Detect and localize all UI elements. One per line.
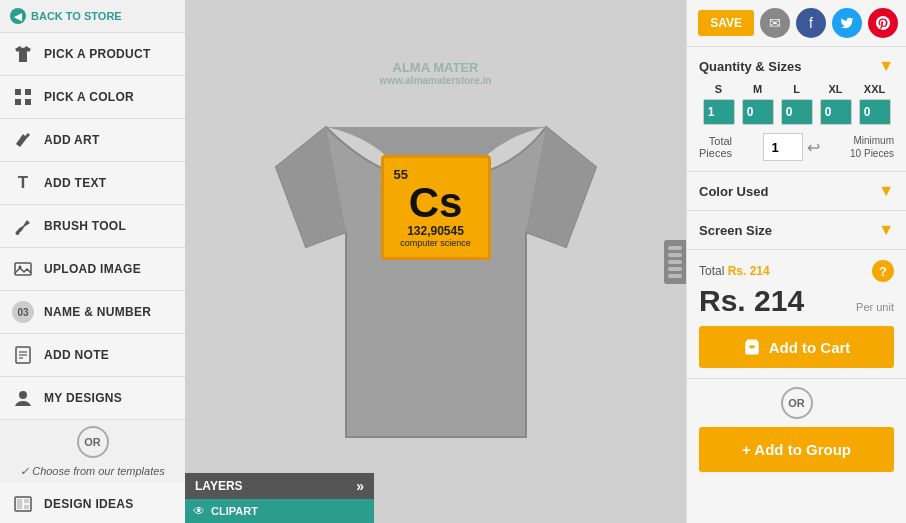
image-icon (12, 258, 34, 280)
layers-title: LAYERS (195, 479, 243, 493)
layers-header: LAYERS » (185, 473, 374, 499)
big-price-row: Rs. 214 Per unit (699, 284, 894, 318)
or-circle: OR (77, 426, 109, 458)
art-icon (12, 129, 34, 151)
scroll-handle[interactable] (664, 240, 686, 284)
size-input-m[interactable] (742, 99, 774, 125)
sidebar-item-add-text[interactable]: T ADD TEXT (0, 162, 185, 205)
big-price: Rs. 214 (699, 284, 804, 318)
add-art-label: ADD ART (44, 133, 100, 147)
sidebar-item-pick-color[interactable]: PICK A COLOR (0, 76, 185, 119)
choose-template-text: ✓ Choose from our templates (0, 460, 185, 483)
sidebar: ◀ BACK TO STORE PICK A PRODUCT PICK A CO… (0, 0, 185, 523)
size-label-s: S (703, 83, 735, 95)
qty-section-title: Quantity & Sizes (699, 59, 802, 74)
total-qty-input[interactable] (763, 133, 803, 161)
screen-size-title: Screen Size (699, 223, 772, 238)
sidebar-item-add-note[interactable]: ADD NOTE (0, 334, 185, 377)
element-mass: 132,90545 (407, 224, 464, 238)
facebook-share-button[interactable]: f (796, 8, 826, 38)
grid-icon (12, 86, 34, 108)
email-share-button[interactable]: ✉ (760, 8, 790, 38)
cart-icon (743, 338, 761, 356)
size-input-xl[interactable] (820, 99, 852, 125)
pick-color-label: PICK A COLOR (44, 90, 134, 104)
size-input-xxl[interactable] (859, 99, 891, 125)
upload-image-label: UPLOAD IMAGE (44, 262, 141, 276)
tshirt-icon (12, 43, 34, 65)
total-price-row: Total Rs. 214 ? (699, 260, 894, 282)
total-row: TotalPieces ↩ Minimum10 Pieces (699, 133, 894, 161)
scroll-bar-1 (668, 246, 682, 250)
my-designs-label: MY DESIGNS (44, 391, 122, 405)
save-button[interactable]: SAVE (698, 10, 754, 36)
undo-icon[interactable]: ↩ (807, 138, 820, 157)
sidebar-item-pick-product[interactable]: PICK A PRODUCT (0, 33, 185, 76)
total-pieces-label: TotalPieces (699, 135, 732, 159)
brush-tool-label: BRUSH TOOL (44, 219, 126, 233)
svg-rect-3 (25, 99, 31, 105)
sidebar-item-my-designs[interactable]: MY DESIGNS (0, 377, 185, 420)
scroll-bar-2 (668, 253, 682, 257)
element-symbol: Cs (409, 182, 463, 224)
total-input-wrap: ↩ (763, 133, 820, 161)
add-text-label: ADD TEXT (44, 176, 106, 190)
sidebar-item-brush-tool[interactable]: BRUSH TOOL (0, 205, 185, 248)
back-to-store-button[interactable]: ◀ BACK TO STORE (0, 0, 185, 33)
screen-size-expand-icon[interactable]: ▼ (878, 221, 894, 239)
svg-point-11 (19, 391, 27, 399)
screen-size-section[interactable]: Screen Size ▼ (687, 211, 906, 250)
size-labels-row: S M L XL XXL (699, 83, 894, 95)
back-to-store-label: BACK TO STORE (31, 10, 122, 22)
layers-panel: LAYERS » 👁 CLIPART (185, 472, 375, 523)
pinterest-share-button[interactable] (868, 8, 898, 38)
element-number: 55 (394, 167, 408, 182)
name-number-label: NAME & NUMBER (44, 305, 151, 319)
right-panel: SAVE ✉ f Quantity & Sizes ▼ S M L XL XXL (686, 0, 906, 523)
element-badge: 55 Cs 132,90545 computer science (381, 155, 491, 260)
or-divider: OR (0, 420, 185, 460)
scroll-bar-4 (668, 267, 682, 271)
name-number-icon: 03 (12, 301, 34, 323)
back-arrow-icon: ◀ (10, 8, 26, 24)
sidebar-item-add-art[interactable]: ADD ART (0, 119, 185, 162)
svg-rect-2 (15, 99, 21, 105)
svg-rect-1 (25, 89, 31, 95)
main-canvas: ALMA MATER www.almamaterstore.in 55 Cs 1… (185, 0, 686, 523)
add-to-cart-button[interactable]: Add to Cart (699, 326, 894, 368)
svg-rect-0 (15, 89, 21, 95)
size-label-xl: XL (820, 83, 852, 95)
svg-rect-14 (24, 499, 29, 503)
layers-expand-icon[interactable]: » (356, 478, 364, 494)
add-to-group-button[interactable]: + Add to Group (699, 427, 894, 472)
canvas-area[interactable]: ALMA MATER www.almamaterstore.in 55 Cs 1… (185, 0, 686, 523)
color-used-section[interactable]: Color Used ▼ (687, 172, 906, 211)
sidebar-item-upload-image[interactable]: UPLOAD IMAGE (0, 248, 185, 291)
layers-item-label: CLIPART (211, 505, 258, 517)
scroll-bar-3 (668, 260, 682, 264)
price-section: Total Rs. 214 ? Rs. 214 Per unit Add to … (687, 250, 906, 379)
pick-product-label: PICK A PRODUCT (44, 47, 151, 61)
or-row: OR (687, 379, 906, 427)
min-pieces-label: Minimum10 Pieces (850, 134, 894, 160)
total-label: Total Rs. 214 (699, 264, 770, 278)
color-expand-icon[interactable]: ▼ (878, 182, 894, 200)
size-input-l[interactable] (781, 99, 813, 125)
quantity-sizes-section: Quantity & Sizes ▼ S M L XL XXL TotalPie… (687, 47, 906, 172)
sidebar-item-design-ideas[interactable]: DESIGN IDEAS (0, 483, 185, 523)
or-pill: OR (781, 387, 813, 419)
design-ideas-label: DESIGN IDEAS (44, 497, 134, 511)
tshirt-image (246, 47, 626, 477)
layers-clipart-item[interactable]: 👁 CLIPART (185, 499, 374, 523)
design-ideas-icon (12, 493, 34, 515)
layers-eye-icon[interactable]: 👁 (193, 504, 205, 518)
twitter-share-button[interactable] (832, 8, 862, 38)
text-icon: T (12, 172, 34, 194)
note-icon (12, 344, 34, 366)
qty-expand-icon[interactable]: ▼ (878, 57, 894, 75)
svg-rect-13 (17, 499, 22, 509)
size-input-s[interactable] (703, 99, 735, 125)
per-unit-label: Per unit (856, 301, 894, 313)
sidebar-item-name-number[interactable]: 03 NAME & NUMBER (0, 291, 185, 334)
price-help-icon[interactable]: ? (872, 260, 894, 282)
